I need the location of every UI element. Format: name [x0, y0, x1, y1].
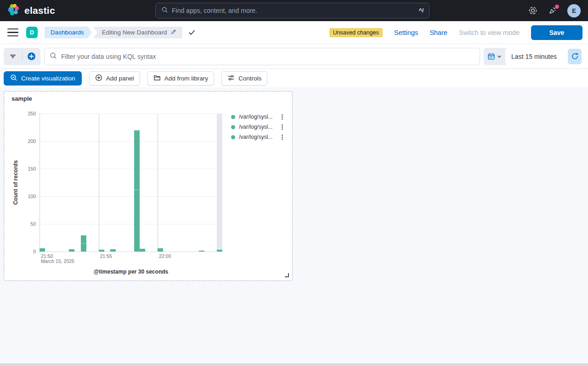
create-visualization-label: Create visualization: [21, 75, 75, 82]
legend-label: /var/log/sysl...: [239, 124, 277, 130]
chart-bar[interactable]: [158, 248, 163, 252]
stack-divider: [134, 131, 140, 131]
kql-query-input[interactable]: [61, 53, 475, 60]
x-axis-tick-label: 21:55: [100, 253, 112, 259]
y-axis-tick-label: 200: [17, 138, 36, 144]
controls-icon: [227, 74, 235, 83]
x-axis-line: [40, 252, 222, 252]
stack-divider: [134, 189, 140, 190]
legend-item[interactable]: /var/log/sysl...: [229, 112, 283, 122]
y-axis-tick-label: 100: [17, 194, 36, 199]
breadcrumb-dashboards[interactable]: Dashboards: [45, 27, 92, 39]
brand[interactable]: elastic: [0, 3, 55, 18]
settings-button[interactable]: Settings: [394, 29, 418, 36]
add-filter-icon[interactable]: [23, 48, 41, 65]
chart-bar[interactable]: [110, 249, 116, 252]
breadcrumb: Dashboards Editing New Dashboard: [45, 27, 182, 39]
filter-button-group: [4, 48, 40, 65]
lens-icon: [10, 74, 17, 83]
nav-bar: D Dashboards Editing New Dashboard Unsav…: [0, 21, 588, 44]
legend-actions-icon[interactable]: [281, 114, 283, 120]
y-gridline: [40, 196, 222, 197]
time-range-value[interactable]: Last 15 minutes: [505, 48, 563, 65]
calendar-menu-button[interactable]: [484, 48, 505, 65]
filter-bar: Last 15 minutes: [0, 44, 588, 69]
save-button[interactable]: Save: [531, 25, 582, 40]
legend-item[interactable]: /var/log/sysl...: [229, 132, 283, 142]
y-axis-tick-label: 250: [17, 111, 36, 116]
refresh-icon: [571, 52, 579, 60]
legend-item[interactable]: /var/log/sysl...: [229, 122, 283, 132]
header-actions: E: [528, 0, 581, 21]
menu-icon[interactable]: [7, 29, 18, 37]
switch-view-mode-button[interactable]: Switch to view mode: [459, 29, 520, 36]
share-button[interactable]: Share: [430, 29, 447, 36]
kibana-dashboard-app: elastic ^/: [0, 0, 588, 366]
add-from-library-button[interactable]: Add from library: [147, 71, 214, 86]
brand-name: elastic: [24, 5, 55, 16]
library-icon: [153, 74, 161, 83]
date-picker: Last 15 minutes: [484, 48, 563, 65]
controls-button[interactable]: Controls: [221, 71, 267, 86]
y-gridline: [40, 114, 222, 114]
legend-color-dot: [231, 115, 235, 119]
confirm-icon[interactable]: [188, 29, 196, 36]
global-header: elastic ^/: [0, 0, 588, 21]
filter-icon[interactable]: [4, 48, 22, 65]
x-axis-tick-label: 22:00: [159, 253, 171, 259]
chart-bar[interactable]: [40, 248, 45, 252]
chart-bar[interactable]: [99, 250, 104, 252]
legend-label: /var/log/sysl...: [239, 114, 277, 120]
panel-resize-handle[interactable]: [285, 273, 289, 277]
y-gridline: [40, 224, 222, 224]
help-icon[interactable]: [528, 6, 538, 16]
add-from-library-label: Add from library: [164, 75, 208, 82]
nav-actions: Unsaved changes Settings Share Switch to…: [329, 25, 582, 40]
dashboard-panel[interactable]: sample 05010015020025021:50March 15, 202…: [4, 91, 293, 281]
chart-legend: /var/log/sysl... /var/log/sysl... /var/l…: [229, 112, 283, 142]
chart-bar[interactable]: [217, 250, 222, 252]
global-search-input[interactable]: [172, 7, 415, 14]
chart-bar[interactable]: [81, 235, 86, 252]
stack-divider: [81, 243, 86, 244]
user-avatar[interactable]: E: [567, 4, 581, 17]
legend-actions-icon[interactable]: [281, 124, 283, 130]
current-time-band: [217, 114, 223, 252]
x-gridline: [99, 114, 99, 252]
chart-bar[interactable]: [140, 249, 145, 252]
y-gridline: [40, 141, 222, 142]
global-search[interactable]: ^/: [155, 3, 430, 18]
y-axis-tick-label: 50: [17, 221, 36, 227]
edit-icon: [170, 29, 177, 36]
app-badge[interactable]: D: [26, 27, 38, 38]
y-axis-tick-label: 150: [17, 166, 36, 172]
news-icon[interactable]: [548, 6, 558, 16]
y-axis-title: Count of records: [12, 160, 19, 205]
elastic-logo-icon: [6, 3, 20, 18]
horizontal-scrollbar[interactable]: [0, 363, 588, 366]
add-panel-icon: [95, 74, 102, 83]
add-panel-label: Add panel: [106, 75, 134, 82]
chart-bar[interactable]: [134, 130, 140, 252]
calendar-icon: [487, 52, 495, 60]
dashboard-canvas: sample 05010015020025021:50March 15, 202…: [0, 87, 588, 366]
kql-query-bar[interactable]: [44, 48, 480, 65]
chevron-down-icon: [497, 54, 502, 59]
add-panel-button[interactable]: Add panel: [89, 71, 140, 86]
chart-bar[interactable]: [69, 249, 74, 252]
create-visualization-button[interactable]: Create visualization: [4, 71, 82, 86]
unsaved-changes-badge: Unsaved changes: [329, 28, 383, 37]
y-axis-tick-label: 0: [17, 249, 36, 254]
dashboard-toolbar: Create visualization Add panel Add from …: [0, 69, 588, 87]
notification-dot: [555, 5, 559, 9]
y-gridline: [40, 169, 222, 169]
chart-bar[interactable]: [199, 251, 204, 252]
breadcrumb-current-title[interactable]: Editing New Dashboard: [93, 27, 182, 39]
breadcrumb-current-label: Editing New Dashboard: [102, 29, 167, 36]
controls-label: Controls: [238, 75, 261, 82]
legend-actions-icon[interactable]: [281, 134, 283, 140]
x-axis-date-label: March 15, 2025: [41, 258, 74, 264]
refresh-button[interactable]: [568, 49, 582, 64]
search-icon: [161, 6, 168, 15]
x-axis-title: @timestamp per 30 seconds: [40, 269, 222, 275]
